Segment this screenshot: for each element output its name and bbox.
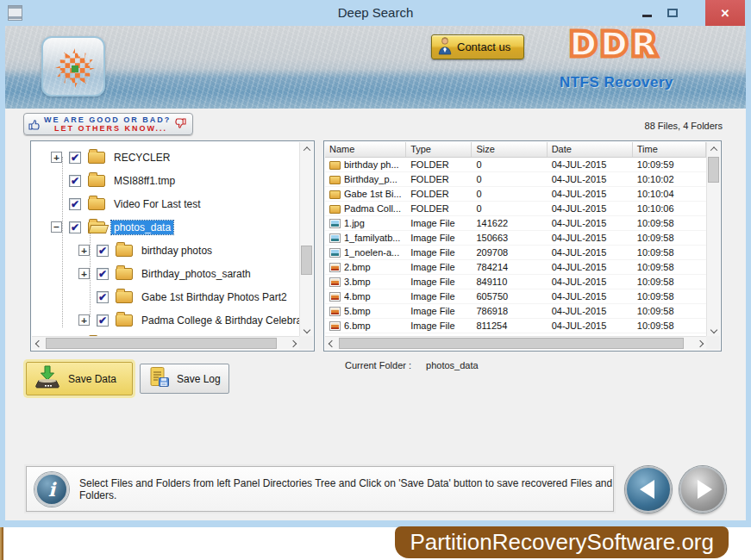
- tree-item-label[interactable]: Birthday_photos_sarath: [139, 267, 253, 281]
- cell-name: Gabe 1st Bi...: [325, 187, 406, 201]
- expand-icon[interactable]: +: [78, 314, 90, 326]
- tree-checkbox[interactable]: ✔: [69, 175, 81, 187]
- tree-item-label[interactable]: birthday photos: [139, 244, 215, 258]
- file-row-birthday-ph[interactable]: birthday ph...FOLDER004-JUL-201510:09:59: [325, 158, 706, 172]
- expand-icon[interactable]: +: [51, 152, 62, 163]
- save-data-label: Save Data: [68, 373, 116, 385]
- tree-item-msi88ff1-tmp[interactable]: ✔MSI88ff1.tmp: [32, 169, 299, 192]
- cell-date: 04-JUL-2015: [548, 187, 633, 201]
- close-button[interactable]: ✕: [705, 0, 745, 26]
- file-row-1-noelen-a[interactable]: 1_noelen-a...Image File20970804-JUL-2015…: [325, 246, 706, 260]
- tree-item-recycler[interactable]: +✔RECYCLER: [32, 146, 299, 169]
- cell-name: 5.bmp: [325, 304, 406, 318]
- back-button[interactable]: [625, 466, 672, 513]
- scroll-down-icon[interactable]: [300, 323, 314, 336]
- save-data-button[interactable]: Save Data: [26, 362, 133, 395]
- cell-date: 04-JUL-2015: [548, 260, 633, 274]
- collapse-icon[interactable]: −: [51, 221, 62, 233]
- tree-horizontal-scrollbar[interactable]: [32, 336, 299, 350]
- forward-button[interactable]: [679, 466, 726, 513]
- tree-checkbox[interactable]: ✔: [69, 198, 81, 210]
- tree-checkbox[interactable]: ✔: [97, 268, 109, 280]
- cell-time: 10:09:58: [633, 260, 706, 274]
- cell-type: Image File: [406, 289, 472, 303]
- bmp-icon: [329, 292, 341, 302]
- file-row-gabe-1st-bi[interactable]: Gabe 1st Bi...FOLDER004-JUL-201510:10:04: [325, 187, 706, 202]
- tree-item-birthday-photos[interactable]: +✔birthday photos: [32, 239, 299, 262]
- file-row-1-familyatb[interactable]: 1_familyatb...Image File15066304-JUL-201…: [325, 231, 706, 246]
- tree-item-label[interactable]: MSI88ff1.tmp: [111, 174, 178, 188]
- cell-size: 0: [472, 187, 547, 201]
- file-row-2-bmp[interactable]: 2.bmpImage File78421404-JUL-201510:09:58: [325, 260, 706, 275]
- save-data-icon: [34, 365, 61, 392]
- scroll-thumb[interactable]: [339, 338, 684, 349]
- scrollbar-corner: [299, 336, 313, 350]
- folder-icon: [116, 314, 133, 327]
- file-row-1-jpg[interactable]: 1.jpgImage File14162204-JUL-201510:09:58: [325, 216, 706, 231]
- forward-arrow-icon: [698, 480, 712, 499]
- info-icon: i: [34, 472, 69, 507]
- tree-item-label[interactable]: photos_data: [111, 221, 173, 234]
- tree-item-video-for-last-test[interactable]: ✔Video For Last test: [32, 192, 299, 215]
- feedback-badge[interactable]: WE ARE GOOD OR BAD? LET OTHERS KNOW...: [23, 113, 193, 135]
- file-table-body: birthday ph...FOLDER004-JUL-201510:09:59…: [325, 158, 706, 333]
- file-row-3-bmp[interactable]: 3.bmpImage File84911004-JUL-201510:09:58: [325, 275, 706, 289]
- scroll-thumb[interactable]: [46, 338, 277, 349]
- column-header-type[interactable]: Type: [406, 142, 472, 157]
- column-header-time[interactable]: Time: [633, 142, 706, 157]
- file-row-4-bmp[interactable]: 4.bmpImage File60575004-JUL-201510:09:58: [325, 289, 706, 304]
- scroll-thumb[interactable]: [301, 246, 312, 275]
- file-row-6-bmp[interactable]: 6.bmpImage File81125404-JUL-201510:09:58: [325, 319, 706, 333]
- scroll-right-icon[interactable]: [286, 337, 299, 351]
- table-horizontal-scrollbar[interactable]: [325, 336, 706, 350]
- scroll-up-icon[interactable]: [707, 142, 721, 155]
- column-header-name[interactable]: Name: [325, 142, 406, 157]
- tree-item-padma-college-birthday-celebration-p[interactable]: +✔Padma College & Birthday Celebration P: [32, 308, 299, 332]
- tree-item-photos-data[interactable]: −✔photos_data: [32, 215, 299, 239]
- scroll-up-icon[interactable]: [300, 142, 314, 155]
- tree-item-gabe-1st-birthday-photos-part2[interactable]: ✔Gabe 1st Birthday Photos Part2: [32, 285, 299, 308]
- app-logo: [41, 36, 105, 96]
- expander-placeholder: [51, 175, 62, 186]
- tree-item-label[interactable]: RECYCLER: [111, 151, 172, 165]
- file-row-birthday-p[interactable]: Birthday_p...FOLDER004-JUL-201510:10:02: [325, 172, 706, 187]
- save-log-button[interactable]: Save Log: [140, 364, 229, 394]
- cell-date: 04-JUL-2015: [548, 216, 633, 230]
- tree-vertical-scrollbar[interactable]: [299, 142, 313, 336]
- jpg-icon: [329, 233, 341, 243]
- tree-checkbox[interactable]: ✔: [97, 291, 109, 303]
- directory-tree: +✔RECYCLER✔MSI88ff1.tmp✔Video For Last t…: [32, 142, 299, 336]
- file-table: NameTypeSizeDateTime birthday ph...FOLDE…: [325, 142, 706, 336]
- thumbs-down-icon: [173, 117, 187, 131]
- scroll-right-icon[interactable]: [693, 337, 706, 351]
- expand-icon[interactable]: +: [78, 268, 90, 279]
- contact-us-button[interactable]: Contact us: [431, 34, 524, 59]
- tree-item-label[interactable]: Gabe 1st Birthday Photos Part2: [139, 290, 290, 304]
- file-row-5-bmp[interactable]: 5.bmpImage File78691804-JUL-201510:09:58: [325, 304, 706, 319]
- expand-icon[interactable]: +: [78, 245, 90, 256]
- scroll-left-icon[interactable]: [32, 337, 45, 351]
- column-header-size[interactable]: Size: [472, 142, 547, 157]
- table-vertical-scrollbar[interactable]: [706, 142, 720, 336]
- tree-checkbox[interactable]: ✔: [69, 152, 81, 164]
- tree-checkbox[interactable]: ✔: [97, 245, 109, 257]
- minimize-button[interactable]: [635, 0, 659, 26]
- website-banner[interactable]: PartitionRecoverySoftware.org: [395, 526, 729, 558]
- tree-item-label[interactable]: Padma College & Birthday Celebration P: [139, 314, 299, 327]
- scroll-down-icon[interactable]: [707, 323, 721, 336]
- tree-item-birthday-photos-sarath[interactable]: +✔Birthday_photos_sarath: [32, 262, 299, 285]
- tree-checkbox[interactable]: ✔: [97, 314, 109, 327]
- cell-date: 04-JUL-2015: [548, 158, 633, 171]
- tree-item-label[interactable]: Video For Last test: [111, 197, 203, 211]
- column-header-date[interactable]: Date: [548, 142, 633, 157]
- cell-name: birthday ph...: [325, 158, 406, 171]
- file-table-header: NameTypeSizeDateTime: [325, 142, 706, 158]
- scroll-thumb[interactable]: [708, 157, 719, 183]
- header-banner: Contact us DDR DDR NTFS Recovery: [5, 26, 746, 109]
- cell-time: 10:09:58: [633, 216, 706, 230]
- file-row-padma-coll[interactable]: Padma Coll...FOLDER004-JUL-201510:10:06: [325, 202, 706, 216]
- tree-checkbox[interactable]: ✔: [69, 221, 81, 233]
- maximize-button[interactable]: [660, 0, 685, 26]
- scroll-left-icon[interactable]: [325, 337, 338, 351]
- cell-type: Image File: [406, 260, 472, 274]
